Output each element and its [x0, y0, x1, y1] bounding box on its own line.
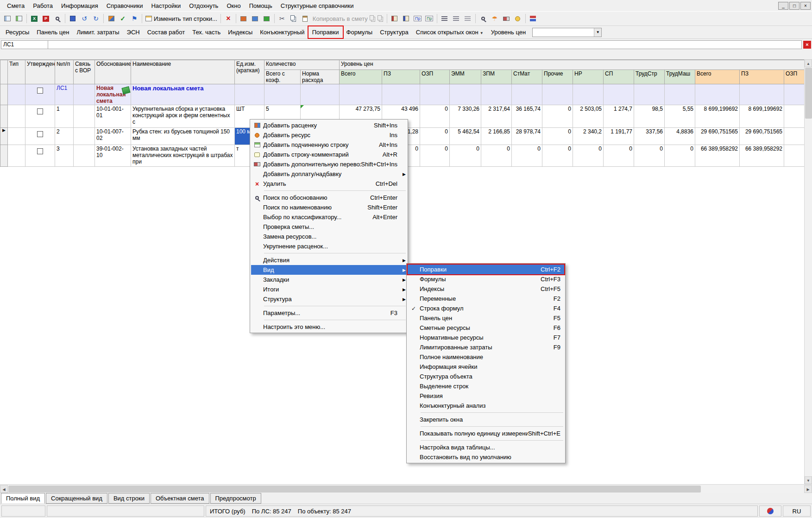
cell-justification[interactable]: 39-01-002-10: [95, 145, 131, 167]
tab-preview[interactable]: Предпросмотр: [210, 493, 261, 504]
cell[interactable]: [450, 84, 481, 105]
cell[interactable]: [604, 84, 634, 105]
col-header-trudmash[interactable]: ТрудМаш: [665, 70, 695, 84]
cell[interactable]: 66 389,958292: [740, 145, 784, 167]
vertical-scroll-thumb[interactable]: [805, 68, 812, 119]
cell[interactable]: 98,5: [634, 105, 665, 128]
cell[interactable]: 66 389,958292: [695, 145, 740, 167]
formula-bar-close-button[interactable]: ×: [803, 41, 811, 49]
cell[interactable]: 2 317,64: [481, 105, 512, 128]
cut-button[interactable]: ✂: [277, 13, 288, 25]
layers-button[interactable]: [528, 13, 539, 25]
cell[interactable]: [481, 84, 512, 105]
tab-limit-zatraty[interactable]: Лимит. затраты: [73, 26, 123, 38]
cm-add-rate[interactable]: Добавить расценкуShift+Ins: [251, 120, 407, 130]
cell[interactable]: [542, 84, 573, 105]
cell-num[interactable]: ЛС1: [55, 84, 74, 105]
copy-to-estimate-button[interactable]: Копировать в смету: [311, 13, 385, 25]
minimize-button[interactable]: _: [778, 2, 788, 10]
tab-konyunkturny[interactable]: Конъюнктурный: [256, 26, 308, 38]
cm-check-estimate[interactable]: Проверка сметы...: [251, 222, 407, 232]
col-header-stmat[interactable]: СтМат: [512, 70, 542, 84]
vm-vydelenie-strok[interactable]: Выделение строк: [408, 381, 564, 391]
cell-name[interactable]: Установка закладных частей металлических…: [131, 145, 235, 167]
tab-row-view[interactable]: Вид строки: [108, 493, 150, 504]
cell[interactable]: [8, 84, 25, 105]
maximize-button[interactable]: □: [789, 2, 799, 10]
cell[interactable]: [235, 84, 264, 105]
cell-num[interactable]: 1: [55, 105, 74, 128]
cell-num[interactable]: 2: [55, 128, 74, 145]
cell[interactable]: [784, 105, 805, 128]
cm-delete[interactable]: ×УдалитьCtrl+Del: [251, 179, 407, 189]
col-header-vor[interactable]: Связь с ВОР: [74, 60, 95, 84]
vm-normativnye-resursy[interactable]: Нормативные ресурсыF7: [408, 333, 564, 342]
cell[interactable]: 1 191,77: [604, 128, 634, 145]
flag-button[interactable]: ⚑: [129, 13, 140, 25]
cell[interactable]: [301, 84, 340, 105]
cell[interactable]: 28 978,74: [512, 128, 542, 145]
vm-restore-default-view[interactable]: Восстановить вид по умолчанию: [408, 452, 564, 462]
outline-level-1-button[interactable]: [439, 13, 450, 25]
menu-item-nastroyki[interactable]: Настройки: [147, 0, 185, 11]
menu-item-strukturnye-spravochniki[interactable]: Структурные справочники: [277, 0, 358, 11]
excel-export-button[interactable]: X: [29, 13, 40, 25]
cell[interactable]: [74, 128, 95, 145]
vm-limitirovannye-zatraty[interactable]: Лимитированные затратыF9: [408, 342, 564, 352]
cell[interactable]: [25, 105, 55, 128]
cell[interactable]: 0: [481, 145, 512, 167]
change-row-type-button[interactable]: Изменить тип строки...: [144, 13, 219, 25]
cell[interactable]: [695, 84, 740, 105]
wizard-button[interactable]: [106, 13, 117, 25]
col-header-qty-total[interactable]: Всего с коэф.: [264, 70, 301, 84]
cell[interactable]: 0: [573, 145, 604, 167]
cell[interactable]: 5 462,54: [450, 128, 481, 145]
vm-struktura-obekta[interactable]: Структура объекта: [408, 372, 564, 381]
col-header-unit[interactable]: Ед.изм. (краткая): [235, 60, 264, 84]
cell[interactable]: [8, 105, 25, 128]
cm-search-justification[interactable]: Поиск по обоснованиюCtrl+Enter: [251, 193, 407, 202]
vm-table-view-settings[interactable]: Настройка вида таблицы...: [408, 442, 564, 452]
cell[interactable]: [634, 84, 665, 105]
add-rate-button[interactable]: [238, 13, 249, 25]
outline-level-2-button[interactable]: [451, 13, 462, 25]
scroll-up-icon[interactable]: ▲: [805, 59, 812, 67]
cell-justification[interactable]: 10-01-007-02: [95, 128, 131, 145]
cm-add-child-row[interactable]: Добавить подчиненную строкуAlt+Ins: [251, 140, 407, 150]
cm-parameters[interactable]: Параметры...F3: [251, 308, 407, 318]
outline-level-3-button[interactable]: [462, 13, 473, 25]
cell[interactable]: 0: [542, 105, 573, 128]
cell-name[interactable]: Рубка стен: из брусьев толщиной 150 мм: [131, 128, 235, 145]
cell[interactable]: 0: [450, 145, 481, 167]
col-header-vsego-2[interactable]: Всего: [695, 70, 740, 84]
norm-base-button[interactable]: [401, 13, 412, 25]
cell[interactable]: [25, 145, 55, 167]
cell[interactable]: [74, 145, 95, 167]
col-group-price-level[interactable]: Уровень цен: [340, 60, 805, 70]
col-header-sp[interactable]: СП: [604, 70, 634, 84]
cell[interactable]: [573, 84, 604, 105]
cm-actions[interactable]: Действия▶: [251, 255, 407, 265]
menu-item-smeta[interactable]: Смета: [3, 0, 29, 11]
cm-totals[interactable]: Итоги▶: [251, 284, 407, 294]
cm-add-resource[interactable]: Добавить ресурсIns: [251, 130, 407, 140]
cell[interactable]: [25, 128, 55, 145]
add-resource-button[interactable]: [250, 13, 261, 25]
col-header-zpm[interactable]: ЗПМ: [481, 70, 512, 84]
cell[interactable]: [264, 84, 301, 105]
paste-button[interactable]: [300, 13, 311, 25]
col-header-ozp[interactable]: ОЗП: [420, 70, 450, 84]
scroll-right-icon[interactable]: ▶: [804, 485, 812, 493]
col-header-type[interactable]: Тип: [8, 60, 25, 84]
cm-replace-resources[interactable]: Замена ресурсов...: [251, 232, 407, 241]
col-header-qty-norm[interactable]: Норма расхода: [301, 70, 340, 84]
formula-input[interactable]: [48, 40, 802, 49]
vm-zakrepit-okna[interactable]: Закрепить окна: [408, 415, 564, 424]
vm-smetnye-resursy[interactable]: Сметные ресурсыF6: [408, 323, 564, 333]
cell[interactable]: [784, 84, 805, 105]
vm-popravki[interactable]: ПоправкиCtrl+F2: [408, 265, 564, 274]
cell[interactable]: [382, 84, 420, 105]
cm-bookmarks[interactable]: Закладки▶: [251, 275, 407, 284]
tab-sostav-rabot[interactable]: Состав работ: [144, 26, 189, 38]
vm-full-unit[interactable]: Показывать полную единицу измеренияShift…: [408, 429, 564, 438]
